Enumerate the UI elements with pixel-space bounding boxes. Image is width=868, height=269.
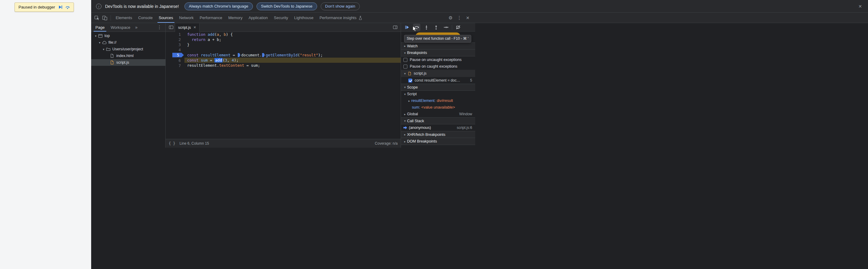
tooltip-text: Step over next function call - F10 - ⌘ ' [407,36,468,41]
step-icon[interactable] [442,24,450,31]
switch-devtools-japanese-button[interactable]: Switch DevTools to Japanese [256,2,317,10]
tab-elements[interactable]: Elements [113,13,135,23]
tree-item-file[interactable]: ▾file:// [91,39,165,46]
line-number-gutter[interactable]: 1234567 [166,32,184,139]
tree-item-top[interactable]: ▾top [91,32,165,39]
tab-performance[interactable]: Performance [196,13,225,23]
gutter-line-4[interactable]: 4 [166,47,184,52]
breakpoint-entry-checkbox[interactable] [408,79,412,82]
scope-script-label: Script [407,92,417,96]
chevron-down-icon[interactable]: ▾ [403,85,407,89]
code-token: ); [234,58,239,62]
section-scope[interactable]: ▾ Scope [401,84,475,91]
frame-icon [98,33,103,38]
panel-tabs: ElementsConsoleSourcesNetworkPerformance… [113,13,366,23]
gutter-line-3[interactable]: 3 [166,42,184,47]
breakpoint-marker[interactable]: 5 [172,53,184,57]
step-into-icon[interactable] [423,24,430,31]
close-devtools-icon[interactable]: ✕ [466,16,469,20]
toggle-debugger-sidebar-icon[interactable] [392,24,399,31]
flask-icon [358,16,363,20]
chevron-right-icon[interactable]: ▸ [407,99,411,103]
deactivate-breakpoints-icon[interactable] [455,24,462,31]
tree-item-index-html[interactable]: index.html [91,52,165,59]
tab-label: Network [179,16,194,20]
tab-close-icon[interactable]: ✕ [193,25,196,29]
pretty-print-icon[interactable]: { } [169,141,175,145]
code-content[interactable]: function add(a, b) { return a + b;}const… [184,32,401,139]
tab-sources[interactable]: Sources [156,13,176,23]
infobar-close-icon[interactable]: ✕ [857,3,863,10]
pause-uncaught-checkbox[interactable] [403,58,407,62]
scope-var-resultelement[interactable]: ▸ resultElement: div#result [401,97,475,104]
tab-console[interactable]: Console [135,13,156,23]
chevron-right-icon[interactable]: ▸ [403,133,407,136]
more-tabs-icon[interactable]: » [133,25,139,30]
chevron-right-icon[interactable]: ▸ [403,112,407,116]
code-editor[interactable]: 1234567 function add(a, b) { return a + … [166,32,401,139]
inline-breakpoint-marker[interactable] [238,53,241,57]
chevron-down-icon[interactable]: ▾ [97,41,102,44]
editor-tab-scriptjs[interactable]: script.js ✕ [175,23,199,32]
section-watch[interactable]: ▸ Watch [401,43,475,49]
breakpoint-file-group[interactable]: ▾ script.js [401,70,475,77]
dont-show-again-button[interactable]: Don't show again [321,2,360,10]
section-call-stack[interactable]: ▾ Call Stack [401,117,475,124]
section-dom-breakpoints[interactable]: ▸ DOM Breakpoints [401,138,475,145]
device-toolbar-icon[interactable] [101,14,109,22]
tab-lighthouse[interactable]: Lighthouse [291,13,316,23]
gutter-line-5[interactable]: 5 [166,53,184,58]
toast-resume-icon[interactable] [58,5,63,9]
chevron-down-icon[interactable]: ▾ [403,72,407,75]
tab-memory[interactable]: Memory [225,13,246,23]
toggle-navigator-icon[interactable] [167,24,175,31]
browser-page-area: Paused in debugger [0,0,91,269]
tab-application[interactable]: Application [246,13,271,23]
pause-caught-checkbox[interactable] [403,64,407,69]
gutter-line-2[interactable]: 2 [166,37,184,42]
var-name: resultElement: [411,99,435,103]
pause-caught-label: Pause on caught exceptions [410,64,457,69]
gutter-line-7[interactable]: 7 [166,63,184,68]
breakpoint-entry[interactable]: const resultElement = doc… 5 [401,77,475,84]
chevron-down-icon[interactable]: ▾ [94,34,98,37]
section-xhr-breakpoints[interactable]: ▸ XHR/fetch Breakpoints [401,131,475,138]
code-token: 3 [225,58,227,62]
chevron-right-icon[interactable]: ▸ [403,140,407,143]
pause-uncaught-row: Pause on uncaught exceptions [401,56,475,63]
tab-security[interactable]: Security [271,13,291,23]
scope-global-group[interactable]: ▸ Global Window [401,111,475,117]
tree-item-script-js[interactable]: script.js [91,59,165,66]
tab-performance-insights[interactable]: Performance insights [316,13,366,23]
gutter-line-6[interactable]: 6 [166,58,184,63]
inline-breakpoint-marker[interactable] [262,53,265,57]
scope-script-group[interactable]: ▾ Script [401,91,475,97]
tree-item-label: Users/user/project [112,47,143,51]
inspect-element-icon[interactable] [93,14,101,22]
tab-network[interactable]: Network [176,13,197,23]
gear-icon[interactable]: ⚙ [448,16,453,20]
chevron-down-icon[interactable]: ▾ [403,51,407,55]
resume-script-icon[interactable] [403,24,411,31]
file-icon [110,60,115,65]
chevron-down-icon[interactable]: ▾ [403,119,407,123]
section-breakpoints[interactable]: ▾ Breakpoints [401,49,475,56]
tree-item-users-user-project[interactable]: ▾Users/user/project [91,46,165,52]
controls-separator [452,25,452,30]
chevron-down-icon[interactable]: ▾ [101,48,106,51]
code-token: . [259,53,262,57]
navigator-menu-icon[interactable]: ⋮ [155,25,164,30]
chevron-down-icon[interactable]: ▾ [403,92,407,96]
tab-page[interactable]: Page [92,23,107,31]
file-tree: ▾top▾file://▾Users/user/projectindex.htm… [91,32,165,66]
tab-workspace[interactable]: Workspace [107,23,133,31]
call-stack-frame[interactable]: (anonymous) script.js:6 [401,124,475,131]
step-out-icon[interactable] [433,24,440,31]
code-line-2: return a + b; [184,37,401,42]
toast-step-over-icon[interactable] [65,5,70,9]
always-match-language-button[interactable]: Always match Chrome's language [184,2,253,10]
more-options-icon[interactable]: ⋮ [457,16,462,20]
chevron-right-icon[interactable]: ▸ [403,44,407,48]
code-token: a + b; [205,37,221,42]
gutter-line-1[interactable]: 1 [166,32,184,37]
